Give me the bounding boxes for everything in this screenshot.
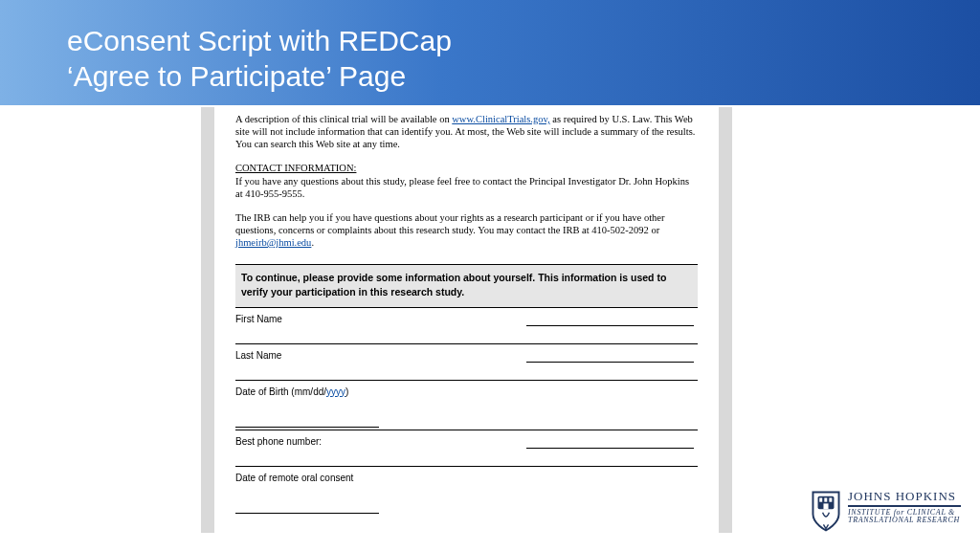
document-screenshot: A description of this clinical trial wil… — [201, 107, 732, 533]
first-name-label: First Name — [235, 312, 698, 326]
phone-row: Best phone number: — [235, 430, 698, 467]
jh-logo-divider — [848, 505, 961, 507]
document-body: A description of this clinical trial wil… — [214, 107, 719, 533]
contact-heading: CONTACT INFORMATION: — [235, 163, 356, 173]
jh-logo: JOHNS HOPKINS INSTITUTE for CLINICAL & T… — [810, 490, 963, 532]
dob-row: Date of Birth (mm/dd/yyyy) — [235, 381, 698, 430]
instruction-bar: To continue, please provide some informa… — [235, 264, 698, 307]
irb-text-b: . — [311, 237, 314, 248]
svg-rect-2 — [824, 497, 827, 501]
dob-yyyy-link[interactable]: yyyy — [326, 386, 345, 397]
dob-label-suffix: ) — [345, 386, 348, 397]
contact-body: If you have any questions about this stu… — [235, 175, 698, 200]
svg-rect-4 — [823, 503, 828, 509]
consent-date-row: Date of remote oral consent — [235, 467, 698, 517]
slide-title-line-2: ‘Agree to Participate’ Page — [67, 58, 980, 95]
slide: eConsent Script with REDCap ‘Agree to Pa… — [0, 0, 980, 551]
slide-title-bar: eConsent Script with REDCap ‘Agree to Pa… — [0, 0, 980, 105]
svg-rect-1 — [819, 497, 822, 501]
clinicaltrials-link[interactable]: www.ClinicalTrials.gov, — [452, 114, 549, 124]
intro-text-a: A description of this clinical trial wil… — [235, 114, 452, 124]
last-name-label: Last Name — [235, 348, 698, 363]
dob-label-prefix: Date of Birth (mm/dd/ — [235, 386, 326, 397]
consent-date-input[interactable] — [235, 513, 379, 514]
phone-label: Best phone number: — [235, 434, 698, 449]
irb-text-a: The IRB can help you if you have questio… — [235, 212, 664, 235]
contact-heading-block: CONTACT INFORMATION: — [235, 162, 698, 174]
svg-rect-3 — [829, 497, 832, 501]
phone-input[interactable] — [526, 448, 694, 449]
first-name-input[interactable] — [526, 325, 694, 326]
consent-date-label: Date of remote oral consent — [235, 471, 698, 485]
first-name-row: First Name — [235, 308, 698, 344]
slide-title-line-1: eConsent Script with REDCap — [67, 23, 980, 59]
dob-label: Date of Birth (mm/dd/yyyy) — [235, 385, 698, 399]
last-name-row: Last Name — [235, 344, 698, 381]
jh-shield-icon — [810, 490, 842, 532]
intro-paragraph: A description of this clinical trial wil… — [235, 113, 698, 150]
jh-logo-text: JOHNS HOPKINS INSTITUTE for CLINICAL & T… — [848, 490, 961, 524]
jh-logo-sub2: TRANSLATIONAL RESEARCH — [848, 517, 961, 524]
doc-margin-right — [719, 107, 732, 533]
doc-margin-left — [201, 107, 214, 533]
irb-paragraph: The IRB can help you if you have questio… — [235, 211, 698, 249]
last-name-input[interactable] — [526, 362, 694, 363]
irb-email-link[interactable]: jhmeirb@jhmi.edu — [235, 237, 311, 248]
jh-logo-main: JOHNS HOPKINS — [848, 490, 961, 503]
dob-input[interactable] — [235, 427, 379, 428]
